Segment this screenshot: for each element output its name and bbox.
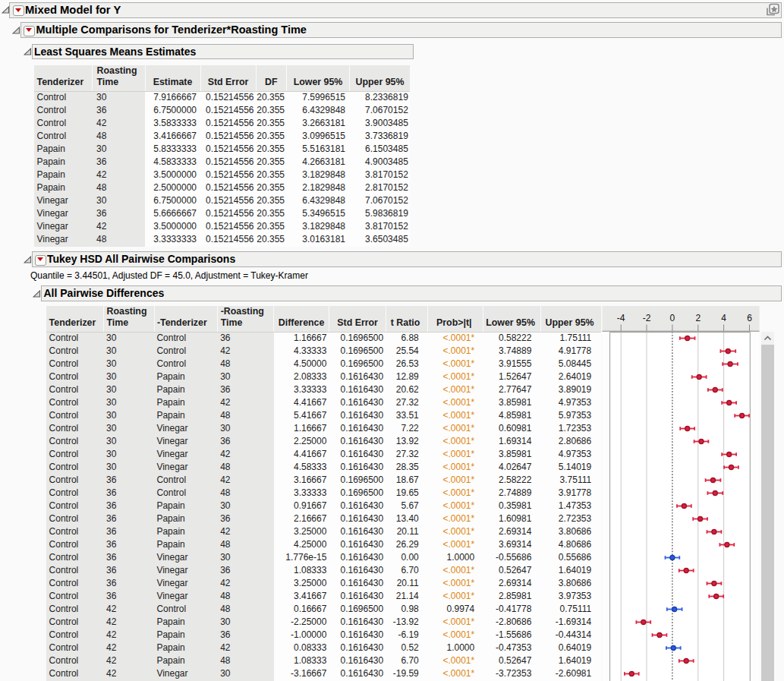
svg-text:2: 2 (696, 314, 701, 324)
svg-text:-4: -4 (617, 314, 625, 324)
svg-text:4: 4 (722, 314, 727, 324)
svg-text:6: 6 (748, 314, 753, 324)
svg-text:0: 0 (670, 314, 675, 324)
svg-text:-2: -2 (643, 314, 651, 324)
